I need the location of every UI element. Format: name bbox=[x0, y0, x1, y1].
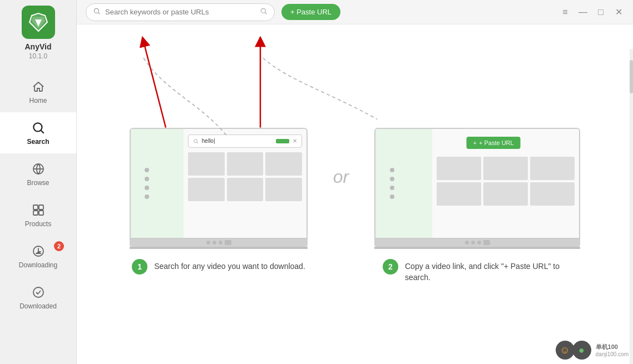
step-1: 1 Search for any video you want to downl… bbox=[132, 259, 305, 275]
sidebar: AnyVid 10.1.0 Home Search bbox=[0, 0, 77, 364]
watermark-icon-2: ● bbox=[572, 341, 591, 360]
sidebar-item-home[interactable]: Home bbox=[0, 71, 76, 112]
illustration-right-wrapper: + + Paste URL bbox=[374, 128, 580, 283]
sidebar-label-products: Products bbox=[25, 220, 51, 228]
svg-line-13 bbox=[265, 12, 267, 14]
main-area: + Paste URL ≡ — □ ✕ bbox=[77, 0, 633, 364]
svg-line-11 bbox=[98, 13, 100, 14]
app-name: AnyVid bbox=[25, 42, 52, 51]
mock-search-text: hello| bbox=[202, 138, 215, 144]
sidebar-label-browse: Browse bbox=[27, 179, 49, 187]
watermark-text: 单机100 danji100.com bbox=[596, 343, 629, 357]
sidebar-item-products[interactable]: Products bbox=[0, 195, 76, 236]
titlebar: + Paste URL ≡ — □ ✕ bbox=[77, 0, 633, 24]
watermark-icon: ☺ bbox=[556, 341, 575, 360]
downloaded-icon bbox=[31, 285, 46, 300]
search-submit-icon[interactable] bbox=[260, 7, 268, 17]
step-2: 2 Copy a video link, and click "+ Paste … bbox=[383, 259, 572, 283]
sidebar-label-search: Search bbox=[27, 138, 49, 146]
scrollbar-thumb[interactable] bbox=[630, 60, 633, 93]
svg-point-10 bbox=[94, 8, 98, 13]
mock-close-btn: ✕ bbox=[293, 138, 297, 144]
or-divider: or bbox=[324, 128, 358, 187]
svg-rect-4 bbox=[33, 205, 38, 210]
downloading-icon bbox=[31, 243, 46, 259]
sidebar-item-downloading[interactable]: 2 Downloading bbox=[0, 236, 76, 277]
svg-line-2 bbox=[41, 131, 43, 133]
step-2-number: 2 bbox=[383, 259, 398, 275]
sidebar-label-downloading: Downloading bbox=[19, 261, 57, 269]
svg-point-9 bbox=[33, 287, 43, 297]
watermark: ☺ ● 单机100 danji100.com bbox=[556, 341, 629, 360]
window-controls: ≡ — □ ✕ bbox=[560, 7, 624, 18]
paste-url-button[interactable]: + Paste URL bbox=[281, 4, 340, 20]
products-icon bbox=[31, 202, 46, 218]
svg-rect-7 bbox=[39, 211, 43, 215]
svg-point-12 bbox=[261, 8, 265, 13]
laptop-mockup-left: hello| ✕ bbox=[130, 128, 308, 250]
laptop-mockup-right: + + Paste URL bbox=[374, 128, 580, 250]
content-area: hello| ✕ bbox=[77, 24, 633, 364]
sidebar-item-search[interactable]: Search bbox=[0, 112, 76, 153]
app-version: 10.1.0 bbox=[29, 52, 47, 60]
sidebar-item-downloaded[interactable]: Downloaded bbox=[0, 277, 76, 318]
search-box[interactable] bbox=[86, 3, 275, 21]
home-icon bbox=[31, 79, 46, 94]
search-input[interactable] bbox=[105, 8, 255, 16]
app-logo bbox=[22, 6, 55, 39]
maximize-button[interactable]: □ bbox=[595, 7, 606, 18]
sidebar-label-downloaded: Downloaded bbox=[19, 302, 57, 310]
svg-rect-5 bbox=[39, 205, 43, 210]
step-2-text: Copy a video link, and click "+ Paste UR… bbox=[405, 259, 572, 283]
close-button[interactable]: ✕ bbox=[613, 7, 624, 18]
step-1-number: 1 bbox=[132, 259, 147, 275]
browse-icon bbox=[31, 161, 46, 177]
search-nav-icon bbox=[31, 120, 46, 136]
scrollbar-track[interactable] bbox=[630, 49, 633, 364]
svg-point-1 bbox=[33, 123, 42, 131]
search-icon bbox=[93, 7, 101, 17]
illustration-left-wrapper: hello| ✕ bbox=[130, 128, 308, 275]
menu-icon[interactable]: ≡ bbox=[560, 7, 571, 18]
svg-line-17 bbox=[196, 142, 197, 143]
sidebar-label-home: Home bbox=[29, 97, 47, 104]
svg-rect-6 bbox=[33, 211, 38, 215]
downloading-badge: 2 bbox=[54, 241, 64, 251]
svg-point-16 bbox=[194, 139, 197, 143]
sidebar-item-browse[interactable]: Browse bbox=[0, 153, 76, 195]
minimize-button[interactable]: — bbox=[577, 7, 589, 18]
step-1-text: Search for any video you want to downloa… bbox=[154, 259, 305, 272]
